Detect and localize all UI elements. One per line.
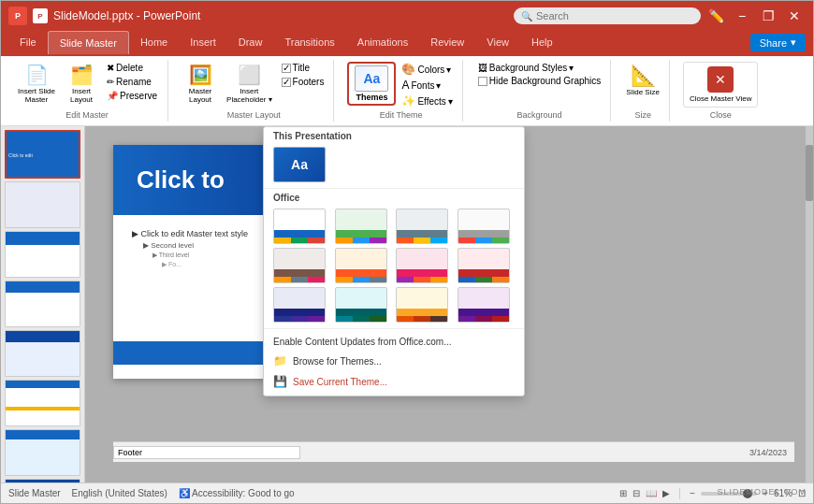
insert-placeholder-button[interactable]: ⬜ InsertPlaceholder ▾ (223, 62, 275, 106)
slide-thumbnail-3[interactable] (5, 231, 80, 278)
tab-home[interactable]: Home (129, 31, 179, 54)
slide-size-button[interactable]: 📐 Slide Size (624, 62, 661, 98)
slide-thumbnail-4[interactable] (5, 281, 80, 327)
edit-master-label: Edit Master (65, 110, 109, 120)
slide-thumbnail-6[interactable] (5, 380, 80, 426)
enable-updates-item[interactable]: Enable Content Updates from Office.com..… (264, 333, 524, 351)
background-styles-button[interactable]: 🖼 Background Styles ▾ (476, 62, 603, 74)
zoom-out-button[interactable]: − (690, 488, 695, 498)
theme-cell-11[interactable] (396, 287, 448, 323)
preserve-label: Preserve (120, 91, 157, 101)
insert-placeholder-label: InsertPlaceholder ▾ (226, 87, 271, 104)
tab-review[interactable]: Review (419, 31, 475, 54)
slide-thumbnail-7[interactable] (5, 429, 80, 476)
view-mode-label: Slide Master (8, 488, 61, 498)
tab-draw[interactable]: Draw (227, 31, 274, 54)
theme-cell-12[interactable] (458, 287, 510, 323)
browse-themes-item[interactable]: 📁 Browse for Themes... (264, 351, 524, 371)
tab-insert[interactable]: Insert (179, 31, 227, 54)
effects-button[interactable]: ✨ Effects ▾ (400, 94, 454, 108)
slide-panel: 1 Click to edit 2 3 (1, 126, 85, 482)
colors-button[interactable]: 🎨 Colors ▾ (400, 62, 454, 77)
status-left: Slide Master English (United States) ♿ A… (8, 488, 295, 498)
theme-cell-8[interactable] (458, 248, 510, 283)
preserve-button[interactable]: 📌 Preserve (104, 90, 160, 102)
canvas-scrollbar[interactable] (806, 126, 813, 482)
theme-cell-10[interactable] (335, 287, 387, 323)
bg-styles-icon: 🖼 (478, 63, 487, 73)
slide-size-label: Slide Size (626, 88, 660, 96)
themes-button[interactable]: Aa Themes (347, 62, 396, 106)
theme-cell-1[interactable] (273, 209, 326, 244)
slide-preview-5 (6, 331, 80, 376)
slide-thumbnail-5[interactable] (5, 330, 80, 377)
themes-grid (273, 209, 515, 323)
theme-cell-6[interactable] (335, 248, 387, 283)
tab-file[interactable]: File (8, 31, 48, 54)
tab-animations[interactable]: Animations (346, 31, 419, 54)
themes-preview: Aa (355, 65, 388, 92)
theme-cell-5[interactable] (273, 248, 326, 283)
view-normal-icon[interactable]: ⊞ (619, 488, 627, 498)
footer-text-input[interactable] (113, 446, 300, 459)
save-current-theme-item[interactable]: 💾 Save Current Theme... (264, 371, 524, 392)
theme-cell-9[interactable] (273, 287, 326, 323)
footers-check-label: Footers (293, 77, 325, 87)
close-master-view-button[interactable]: ✕ Close Master View (683, 62, 759, 108)
delete-button[interactable]: ✖ Delete (104, 62, 160, 74)
slide-preview-3 (6, 232, 80, 277)
title-checkbox[interactable]: ✓ Title (280, 62, 327, 74)
master-layout-icon: 🖼️ (189, 64, 212, 86)
insert-layout-button[interactable]: 🗂️ InsertLayout (63, 62, 100, 106)
minimize-button[interactable]: − (731, 5, 753, 27)
effects-label: Effects (417, 96, 445, 107)
tab-help[interactable]: Help (520, 31, 564, 54)
footers-checkbox[interactable]: ✓ Footers (280, 76, 327, 88)
master-layout-button[interactable]: 🖼️ MasterLayout (182, 62, 219, 106)
slide-thumbnail-8[interactable] (5, 479, 80, 482)
slide-thumbnail-2[interactable] (5, 181, 80, 228)
share-button[interactable]: Share ▾ (750, 34, 806, 51)
slide-thumb-wrapper-5: 5 (5, 330, 80, 377)
slide-preview-6 (6, 381, 80, 425)
scrollbar-thumb[interactable] (806, 145, 813, 201)
close-button[interactable]: ✕ (783, 5, 806, 27)
edit-small-buttons: ✖ Delete ✏ Rename 📌 Preserve (104, 62, 160, 102)
search-input[interactable] (536, 10, 667, 22)
preserve-icon: 📌 (107, 91, 118, 101)
hide-bg-button[interactable]: Hide Background Graphics (476, 75, 603, 87)
tab-view[interactable]: View (475, 31, 520, 54)
colors-label: Colors (417, 65, 444, 75)
close-master-icon: ✕ (707, 66, 734, 93)
slide-thumb-wrapper-4: 4 (5, 281, 80, 327)
delete-icon: ✖ (107, 63, 114, 73)
theme-cell-3[interactable] (396, 209, 448, 244)
restore-button[interactable]: ❐ (757, 5, 779, 27)
master-layout-label: MasterLayout (189, 87, 211, 104)
insert-layout-icon: 🗂️ (70, 64, 94, 86)
current-theme-preview[interactable]: Aa (273, 147, 326, 182)
insert-slide-master-button[interactable]: 📄 Insert SlideMaster (14, 62, 59, 106)
tab-slide-master[interactable]: Slide Master (48, 31, 129, 54)
fonts-button[interactable]: A Fonts ▾ (400, 78, 454, 93)
hide-bg-checkbox (478, 77, 487, 86)
save-theme-icon: 💾 (273, 375, 287, 388)
slide-thumb-wrapper-7: 7 (5, 429, 80, 476)
themes-grid-container (264, 205, 524, 328)
insert-placeholder-icon: ⬜ (238, 64, 261, 86)
fonts-icon: A (401, 79, 409, 92)
tab-transitions[interactable]: Transitions (273, 31, 345, 54)
rename-button[interactable]: ✏ Rename (104, 76, 160, 88)
view-reading-icon[interactable]: 📖 (646, 488, 657, 498)
slide-thumbnail-1[interactable]: Click to edit (5, 130, 80, 179)
slide-preview-8 (6, 480, 80, 482)
slide-title: Click to (137, 166, 225, 194)
edit-master-group: 📄 Insert SlideMaster 🗂️ InsertLayout ✖ D… (7, 60, 168, 122)
view-slideshow-icon[interactable]: ▶ (662, 488, 670, 498)
theme-cell-7[interactable] (396, 248, 448, 283)
search-bar[interactable]: 🔍 (514, 7, 701, 24)
view-sorter-icon[interactable]: ⊟ (632, 488, 640, 498)
theme-cell-2[interactable] (335, 209, 387, 244)
current-theme-section: Aa (264, 143, 524, 188)
theme-cell-4[interactable] (458, 209, 510, 244)
